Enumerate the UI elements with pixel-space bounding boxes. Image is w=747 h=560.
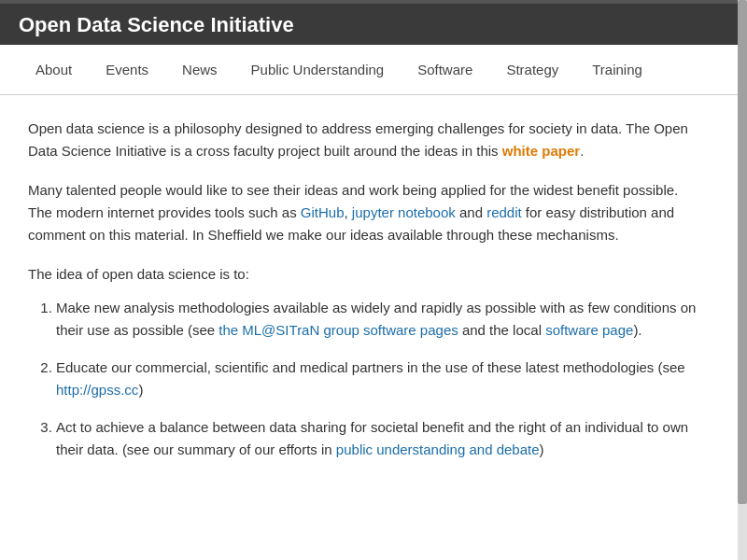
list-item-1: Make new analysis methodologies availabl…: [56, 297, 700, 342]
nav-item-news[interactable]: News: [165, 45, 234, 94]
list-item-2-end: ): [138, 382, 143, 398]
intro-text-before-link: Open data science is a philosophy design…: [28, 120, 688, 159]
para2-comma: ,: [345, 204, 352, 220]
nav-item-strategy[interactable]: Strategy: [489, 45, 575, 94]
list-item-1-between: and the local: [458, 322, 545, 338]
idea-label: The idea of open data science is to:: [28, 263, 700, 286]
navigation: AboutEventsNewsPublic UnderstandingSoftw…: [0, 45, 747, 95]
site-title[interactable]: Open Data Science Initiative: [19, 13, 294, 36]
software-page-link[interactable]: software page: [545, 322, 633, 338]
nav-item-public-understanding[interactable]: Public Understanding: [234, 45, 402, 94]
list-item-2-before: Educate our commercial, scientific and m…: [56, 359, 685, 375]
public-understanding-link[interactable]: public understanding and debate: [336, 441, 540, 457]
site-header: Open Data Science Initiative: [0, 4, 747, 45]
white-paper-link[interactable]: white paper: [502, 143, 580, 159]
para2-and: and: [456, 204, 486, 220]
jupyter-link[interactable]: jupyter notebook: [352, 204, 456, 220]
nav-item-software[interactable]: Software: [401, 45, 489, 94]
ideas-list: Make new analysis methodologies availabl…: [28, 297, 700, 461]
ml-sitran-link[interactable]: the ML@SITraN group software pages: [218, 322, 458, 338]
reddit-link[interactable]: reddit: [486, 204, 522, 220]
list-item-3: Act to achieve a balance between data sh…: [56, 416, 700, 461]
nav-item-training[interactable]: Training: [575, 45, 659, 94]
scrollbar[interactable]: [738, 0, 747, 560]
github-link[interactable]: GitHub: [301, 204, 345, 220]
intro-paragraph: Open data science is a philosophy design…: [28, 118, 700, 162]
list-item-1-end: ).: [633, 322, 641, 338]
main-content: Open data science is a philosophy design…: [0, 95, 728, 498]
nav-item-about[interactable]: About: [19, 45, 89, 94]
nav-item-events[interactable]: Events: [89, 45, 165, 94]
para2: Many talented people would like to see t…: [28, 179, 700, 246]
gpss-link[interactable]: http://gpss.cc: [56, 382, 138, 398]
intro-text-after-link: .: [580, 143, 584, 159]
list-item-2: Educate our commercial, scientific and m…: [56, 357, 700, 401]
list-item-3-end: ): [540, 441, 544, 457]
scrollbar-thumb[interactable]: [738, 0, 747, 504]
